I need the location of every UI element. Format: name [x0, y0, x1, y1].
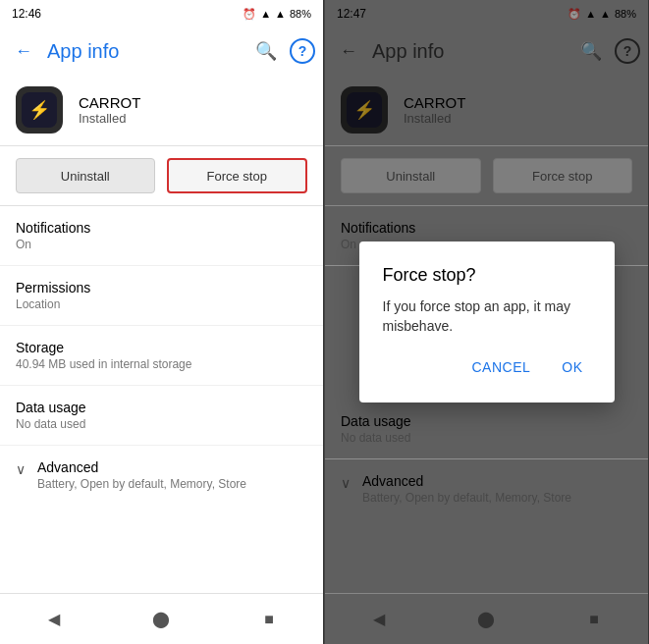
- home-nav-1[interactable]: ⬤: [143, 602, 179, 637]
- app-icon-inner-1: ⚡: [22, 92, 57, 128]
- notifications-title: Notifications: [16, 220, 307, 236]
- wifi-icon: ▲: [260, 8, 271, 20]
- battery-1: 88%: [290, 8, 311, 20]
- data-usage-title: Data usage: [16, 400, 307, 415]
- back-nav-1[interactable]: ◀: [36, 602, 72, 637]
- settings-list-1: Notifications On Permissions Location St…: [0, 206, 323, 593]
- panel-1: 12:46 ⏰ ▲ ▲ 88% ← App info 🔍 ? ⚡ CARROT: [0, 0, 324, 644]
- list-item[interactable]: Storage 40.94 MB used in internal storag…: [0, 326, 323, 386]
- dialog-actions: Cancel OK: [383, 355, 591, 379]
- app-icon-emoji-1: ⚡: [28, 99, 50, 121]
- list-item[interactable]: ∨ Advanced Battery, Open by default, Mem…: [0, 446, 323, 505]
- list-item[interactable]: Notifications On: [0, 206, 323, 266]
- app-icon-1: ⚡: [16, 86, 63, 134]
- panel-2: 12:47 ⏰ ▲ ▲ 88% ← App info 🔍 ? ⚡ CARROT …: [325, 0, 649, 644]
- app-status-1: Installed: [79, 111, 140, 126]
- back-button-1[interactable]: ←: [8, 35, 39, 67]
- permissions-title: Permissions: [16, 280, 307, 295]
- data-usage-sub: No data used: [16, 417, 307, 431]
- app-name-1: CARROT: [79, 94, 140, 111]
- dialog-message: If you force stop an app, it may misbeha…: [383, 297, 591, 336]
- status-bar-1: 12:46 ⏰ ▲ ▲ 88%: [0, 0, 323, 27]
- dialog-title: Force stop?: [383, 265, 591, 286]
- action-row-1: Uninstall Force stop: [0, 146, 323, 205]
- signal-icon: ▲: [275, 8, 286, 20]
- advanced-sub-1: Battery, Open by default, Memory, Store: [37, 477, 246, 491]
- chevron-down-icon-1: ∨: [16, 461, 26, 477]
- ok-button[interactable]: OK: [554, 355, 590, 379]
- list-item[interactable]: Data usage No data used: [0, 386, 323, 446]
- alarm-icon: ⏰: [243, 8, 256, 21]
- notifications-sub: On: [16, 238, 307, 251]
- time-1: 12:46: [12, 7, 41, 21]
- dialog-overlay: Force stop? If you force stop an app, it…: [325, 0, 648, 644]
- storage-sub: 40.94 MB used in internal storage: [16, 357, 307, 371]
- page-title-1: App info: [47, 40, 243, 63]
- storage-title: Storage: [16, 340, 307, 355]
- list-item[interactable]: Permissions Location: [0, 266, 323, 326]
- advanced-title-1: Advanced: [37, 459, 246, 475]
- recent-nav-1[interactable]: ■: [251, 602, 287, 637]
- force-stop-dialog: Force stop? If you force stop an app, it…: [359, 242, 615, 402]
- status-icons-1: ⏰ ▲ ▲ 88%: [243, 8, 311, 21]
- app-header-1: ⚡ CARROT Installed: [0, 75, 323, 145]
- cancel-button[interactable]: Cancel: [463, 355, 538, 379]
- permissions-sub: Location: [16, 297, 307, 311]
- app-info-1: CARROT Installed: [79, 94, 140, 126]
- top-bar-1: ← App info 🔍 ?: [0, 27, 323, 75]
- search-button-1[interactable]: 🔍: [250, 35, 282, 67]
- uninstall-button-1[interactable]: Uninstall: [16, 158, 155, 193]
- help-button-1[interactable]: ?: [290, 38, 315, 64]
- force-stop-button-1[interactable]: Force stop: [167, 158, 308, 193]
- bottom-nav-1: ◀ ⬤ ■: [0, 593, 323, 644]
